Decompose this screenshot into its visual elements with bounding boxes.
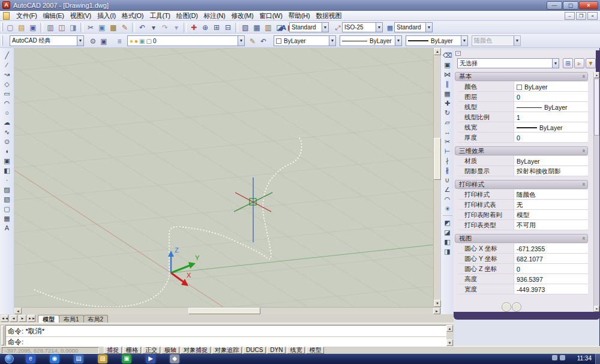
mdi-close-button[interactable]: × [587, 12, 598, 20]
open-icon[interactable]: ▤ [16, 22, 27, 32]
scroll-left-icon[interactable]: ◄ [14, 308, 22, 314]
command-scrollbar[interactable]: ▲ ▼ [446, 325, 453, 346]
ellipse-icon[interactable]: ⊙ [2, 137, 13, 146]
taskbar-gray-app-icon[interactable]: ◆ [170, 354, 179, 363]
plot-icon[interactable]: ▥ [45, 22, 56, 32]
property-value[interactable]: 0 [514, 264, 588, 273]
scroll-right-icon[interactable]: ► [433, 308, 440, 314]
drawing-canvas[interactable]: Z Y X [14, 48, 440, 307]
linetype-combo[interactable]: ByLayer▼ [340, 35, 402, 46]
menu-item-window[interactable]: 窗口(W) [256, 11, 285, 21]
array-icon[interactable]: ▦ [442, 89, 453, 98]
selection-combo[interactable]: 无选择▼ [457, 58, 559, 68]
menu-item-dataview[interactable]: 数据视图 [313, 11, 344, 21]
tray-icon[interactable] [560, 355, 565, 360]
hatch-icon[interactable]: ▨ [2, 185, 13, 194]
vertical-scrollbar[interactable]: ▲ ▼ [433, 48, 440, 307]
toggle-pickadd-button[interactable]: ⊞ [563, 58, 573, 68]
tab-model[interactable]: 模型 [38, 315, 59, 323]
toolbar-grip[interactable] [1, 35, 3, 46]
break-icon[interactable]: ∦ [442, 166, 453, 175]
property-value[interactable]: 936.5397 [514, 274, 588, 284]
layer-freeze-sun-icon[interactable]: ● [134, 38, 138, 44]
menu-item-edit[interactable]: 编辑(E) [40, 11, 67, 21]
properties-palette-icon[interactable]: ▧ [240, 22, 251, 32]
pan-icon[interactable]: ✚ [188, 22, 199, 32]
gradient-icon[interactable]: ▧ [2, 194, 13, 204]
toggle-ortho[interactable]: 正交 [142, 347, 160, 354]
taskbar-folder-icon[interactable]: ▨ [98, 354, 107, 363]
extend-icon[interactable]: ⊢ [442, 146, 453, 156]
rectangle-icon[interactable]: ▭ [2, 89, 13, 98]
polygon-icon[interactable]: ◇ [2, 79, 13, 89]
property-value[interactable]: 模型 [514, 210, 588, 219]
toggle-snap[interactable]: 捕捉 [104, 347, 122, 354]
palette-resize-grip[interactable] [502, 302, 511, 312]
property-value[interactable]: 随颜色 [514, 189, 588, 199]
zoom-window-icon[interactable]: ⊞ [211, 22, 222, 32]
taskbar-media-player-icon[interactable]: ◉ [50, 354, 59, 363]
taskbar-video-player-icon[interactable]: ▶ [146, 354, 155, 363]
layer-lock-icon[interactable]: ▣ [139, 38, 145, 44]
draworder-bring-above-icon[interactable]: ◧ [442, 237, 453, 246]
designcenter-icon[interactable]: ▦ [251, 22, 262, 32]
chevron-down-icon[interactable]: ▼ [238, 36, 244, 46]
polyline-icon[interactable]: ↝ [2, 70, 13, 79]
arc-icon[interactable]: ◠ [2, 98, 13, 108]
cut-icon[interactable]: ✂ [85, 22, 96, 32]
toggle-osnap[interactable]: 对象捕捉 [181, 347, 211, 354]
toggle-grid[interactable]: 栅格 [123, 347, 141, 354]
scroll-up-icon[interactable]: ▲ [594, 72, 599, 78]
undo-icon[interactable]: ↶ [137, 22, 148, 32]
menu-item-draw[interactable]: 绘图(D) [173, 11, 201, 21]
show-desktop-button[interactable] [595, 354, 600, 364]
make-layer-current-icon[interactable]: ✎ [247, 36, 258, 46]
mdi-restore-button[interactable]: ❒ [576, 12, 586, 20]
tab-layout1[interactable]: 布局1 [59, 315, 84, 323]
first-tab-button[interactable]: ◄◄ [1, 315, 8, 322]
scroll-up-icon[interactable]: ▲ [446, 325, 453, 332]
scroll-up-icon[interactable]: ▲ [434, 48, 441, 55]
chevron-down-icon[interactable]: ▼ [329, 36, 335, 46]
erase-icon[interactable]: ⌫ [442, 50, 453, 60]
next-tab-button[interactable]: ► [19, 315, 26, 322]
toggle-otrack[interactable]: 对象追踪 [212, 347, 242, 354]
stretch-icon[interactable]: ↔ [442, 127, 453, 137]
toggle-polar[interactable]: 极轴 [161, 347, 179, 354]
menu-item-format[interactable]: 格式(O) [119, 11, 146, 21]
table-style-combo[interactable]: Standard▼ [394, 22, 433, 32]
match-properties-icon[interactable]: ✎ [119, 22, 130, 32]
chevron-down-icon[interactable]: ▼ [552, 59, 559, 68]
select-objects-button[interactable]: ▹ [574, 58, 584, 68]
draworder-send-under-icon[interactable]: ◨ [442, 246, 453, 256]
draworder-send-back-icon[interactable]: ◪ [442, 227, 453, 237]
property-value[interactable]: 投射和接收阴影 [514, 166, 588, 176]
layer-color-swatch-icon[interactable]: ▢ [146, 38, 152, 44]
toggle-dyn[interactable]: DYN [267, 347, 286, 354]
property-value[interactable]: 不可用 [514, 220, 588, 230]
insert-block-icon[interactable]: ▣ [2, 156, 13, 166]
fillet-icon[interactable]: ◠ [442, 194, 453, 204]
section-header[interactable]: 视图« [455, 234, 588, 243]
spline-icon[interactable]: ∿ [2, 127, 13, 137]
redo-icon[interactable]: ↷ [160, 22, 170, 32]
zoom-realtime-icon[interactable]: ⊕ [200, 22, 211, 32]
workspace-combo[interactable]: AutoCAD 经典▼ [10, 35, 84, 46]
section-header[interactable]: 三维效果« [455, 146, 588, 155]
revision-cloud-icon[interactable]: ☁ [2, 118, 13, 127]
layer-combo[interactable]: ●●▣▢ 0▼ [127, 35, 245, 46]
minimize-button[interactable]: — [547, 1, 562, 10]
save-icon[interactable]: ▣ [28, 22, 38, 32]
property-value[interactable]: -671.2355 [514, 243, 588, 253]
property-value[interactable]: ByLayer [514, 82, 588, 91]
property-value[interactable]: 无 [514, 200, 588, 209]
workspace-save-icon[interactable]: ▣ [98, 36, 109, 46]
chevron-down-icon[interactable]: ▼ [322, 23, 328, 32]
drawing-file-icon[interactable] [3, 12, 10, 20]
section-header[interactable]: 基本« [455, 72, 588, 81]
chevron-down-icon[interactable]: ▼ [395, 36, 401, 46]
chevron-down-icon[interactable]: ▼ [77, 36, 83, 46]
tab-layout2[interactable]: 布局2 [83, 315, 109, 323]
scroll-down-icon[interactable]: ▼ [446, 339, 453, 346]
menu-item-modify[interactable]: 修改(M) [228, 11, 256, 21]
